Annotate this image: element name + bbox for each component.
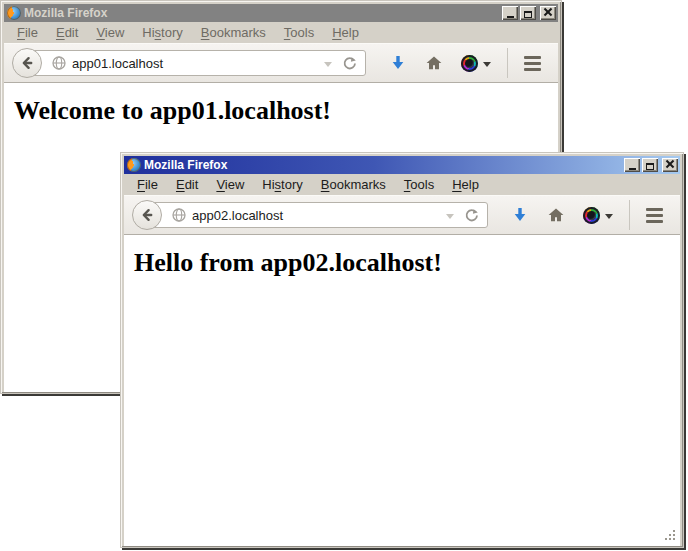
window-title: Mozilla Firefox (24, 6, 502, 20)
page-heading: Welcome to app01.localhost! (14, 96, 558, 126)
download-button[interactable] (511, 206, 529, 224)
home-button[interactable] (547, 206, 565, 224)
minimize-icon (507, 16, 514, 18)
chevron-down-icon (483, 62, 491, 67)
colorwheel-icon (583, 207, 600, 224)
close-button[interactable] (540, 6, 556, 20)
maximize-button[interactable] (520, 6, 536, 20)
hamburger-menu-button[interactable] (646, 208, 663, 223)
addon-colorwheel-button[interactable] (461, 55, 491, 72)
window-title: Mozilla Firefox (144, 158, 624, 172)
menu-file[interactable]: File (8, 24, 47, 41)
url-dropdown-arrow-icon[interactable] (446, 214, 454, 219)
back-button[interactable] (132, 200, 162, 230)
reload-icon (342, 56, 357, 71)
menu-bookmarks[interactable]: Bookmarks (192, 24, 275, 41)
url-bar[interactable]: app02.localhost (147, 202, 488, 228)
url-text[interactable]: app01.localhost (72, 56, 320, 71)
menu-file[interactable]: File (128, 176, 167, 193)
url-dropdown-arrow-icon[interactable] (324, 62, 332, 67)
firefox-window-app02[interactable]: Mozilla Firefox FileEditViewHistoryBookm… (120, 152, 684, 548)
menu-help[interactable]: Help (443, 176, 488, 193)
home-icon (425, 54, 443, 72)
menu-view[interactable]: View (87, 24, 133, 41)
download-button[interactable] (389, 54, 407, 72)
navigation-toolbar: app01.localhost (4, 43, 558, 83)
menu-history[interactable]: History (133, 24, 191, 41)
reload-button[interactable] (464, 208, 479, 223)
hamburger-icon (646, 208, 663, 211)
menu-bar: FileEditViewHistoryBookmarksToolsHelp (124, 174, 680, 195)
maximize-icon (646, 163, 654, 170)
menu-bar: FileEditViewHistoryBookmarksToolsHelp (4, 22, 558, 43)
globe-icon (172, 208, 186, 222)
page-content: Hello from app02.localhost! (124, 235, 680, 546)
download-arrow-icon (511, 206, 529, 224)
back-arrow-icon (19, 55, 35, 71)
home-icon (547, 206, 565, 224)
url-bar[interactable]: app01.localhost (27, 50, 366, 76)
download-arrow-icon (389, 54, 407, 72)
menu-tools[interactable]: Tools (395, 176, 443, 193)
navigation-toolbar: app02.localhost (124, 195, 680, 235)
close-button[interactable] (662, 158, 678, 172)
title-bar[interactable]: Mozilla Firefox (124, 156, 680, 174)
addon-colorwheel-button[interactable] (583, 207, 613, 224)
menu-edit[interactable]: Edit (47, 24, 87, 41)
resize-grip[interactable] (663, 529, 676, 542)
reload-icon (464, 208, 479, 223)
firefox-logo-icon (127, 158, 141, 172)
back-arrow-icon (139, 207, 155, 223)
url-text[interactable]: app02.localhost (192, 208, 442, 223)
maximize-button[interactable] (642, 158, 658, 172)
firefox-logo-icon (7, 6, 21, 20)
back-button[interactable] (12, 48, 42, 78)
menu-bookmarks[interactable]: Bookmarks (312, 176, 395, 193)
maximize-icon (524, 11, 532, 18)
menu-history[interactable]: History (253, 176, 311, 193)
close-icon (665, 160, 674, 168)
colorwheel-icon (461, 55, 478, 72)
title-bar[interactable]: Mozilla Firefox (4, 4, 558, 22)
window-controls (502, 6, 556, 20)
menu-tools[interactable]: Tools (275, 24, 323, 41)
minimize-button[interactable] (624, 158, 640, 172)
page-heading: Hello from app02.localhost! (134, 248, 680, 278)
close-icon (543, 8, 552, 16)
home-button[interactable] (425, 54, 443, 72)
window-controls (624, 158, 678, 172)
hamburger-menu-button[interactable] (524, 56, 541, 71)
menu-edit[interactable]: Edit (167, 176, 207, 193)
menu-help[interactable]: Help (323, 24, 368, 41)
minimize-button[interactable] (502, 6, 518, 20)
reload-button[interactable] (342, 56, 357, 71)
menu-view[interactable]: View (207, 176, 253, 193)
minimize-icon (629, 168, 636, 170)
globe-icon (52, 56, 66, 70)
chevron-down-icon (605, 214, 613, 219)
toolbar-separator (629, 200, 630, 230)
hamburger-icon (524, 56, 541, 59)
toolbar-separator (507, 48, 508, 78)
